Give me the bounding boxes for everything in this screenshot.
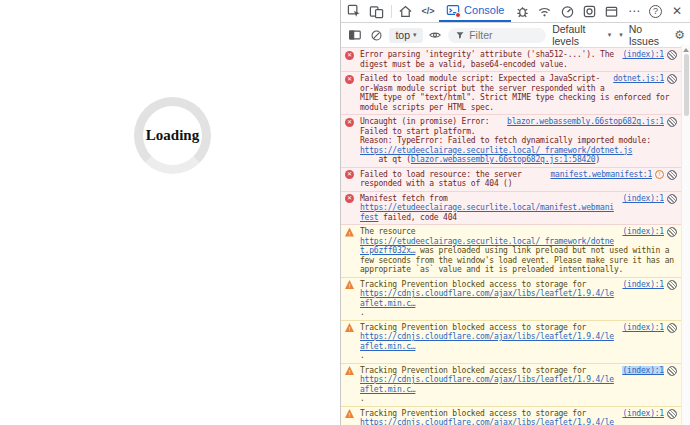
warning-icon: ! bbox=[345, 280, 354, 289]
copilot-explain-icon[interactable] bbox=[667, 74, 677, 84]
scrollbar-thumb[interactable] bbox=[684, 54, 689, 116]
console-tab-label: Console bbox=[464, 4, 504, 16]
message-text: The resource bbox=[360, 227, 420, 236]
toolbar-divider bbox=[391, 5, 392, 18]
source-link[interactable]: blazor.webassembly.66stop682q.js:1 bbox=[507, 117, 664, 127]
message-text: Failed to load resource: the server resp… bbox=[360, 170, 526, 189]
message-body: (index):1Manifest fetch from https://etu… bbox=[360, 194, 677, 223]
warning-icon: ! bbox=[345, 366, 354, 375]
message-text: . bbox=[360, 394, 365, 403]
message-text: at qt ( bbox=[360, 155, 411, 164]
console-message: !(index):1Tracking Prevention blocked ac… bbox=[341, 278, 681, 321]
console-sidebar-icon[interactable] bbox=[346, 26, 364, 44]
copilot-explain-icon[interactable] bbox=[667, 227, 677, 237]
default-levels-label: Default levels bbox=[552, 23, 604, 47]
issue-badge-icon[interactable]: ! bbox=[655, 170, 664, 179]
debugger-icon[interactable] bbox=[511, 0, 533, 22]
message-text: Tracking Prevention blocked access to st… bbox=[360, 323, 591, 332]
message-meta: dotnet.js:1 bbox=[613, 74, 677, 84]
filter-input[interactable] bbox=[469, 29, 539, 41]
context-selector[interactable]: top ▾ bbox=[389, 28, 422, 43]
tab-console[interactable]: Console bbox=[439, 0, 511, 22]
message-body: dotnet.js:1Failed to load module script:… bbox=[360, 74, 677, 112]
source-link[interactable]: (index):1 bbox=[622, 323, 664, 333]
message-meta: (index):1 bbox=[622, 280, 677, 290]
help-icon[interactable]: ? bbox=[649, 5, 662, 18]
message-text: Error parsing 'integrity' attribute ('sh… bbox=[360, 50, 619, 69]
scrollbar-up-icon[interactable] bbox=[683, 48, 689, 52]
message-meta: blazor.webassembly.66stop682q.js:1 bbox=[507, 117, 677, 127]
console-message: !(index):1The resource https://etudeecla… bbox=[341, 225, 681, 278]
message-meta: (index):1 bbox=[622, 366, 677, 376]
console-scrollbar[interactable] bbox=[681, 45, 690, 425]
screen: Loading </ bbox=[0, 0, 690, 425]
network-icon[interactable] bbox=[534, 0, 556, 22]
message-body: (index):1Error parsing 'integrity' attri… bbox=[360, 50, 677, 69]
chevron-down-icon[interactable]: ▾ bbox=[619, 31, 623, 39]
message-link[interactable]: https://cdnjs.cloudflare.com/ajax/libs/l… bbox=[360, 375, 614, 394]
warning-icon: ! bbox=[345, 323, 354, 332]
message-link[interactable]: blazor.webassembly.66stop682q.js:1:58420 bbox=[411, 155, 596, 164]
message-meta: manifest.webmanifest:1! bbox=[550, 170, 677, 180]
message-link[interactable]: https://cdnjs.cloudflare.com/ajax/libs/l… bbox=[360, 289, 614, 308]
message-body: (index):1Tracking Prevention blocked acc… bbox=[360, 280, 677, 318]
console-message: ✕dotnet.js:1Failed to load module script… bbox=[341, 72, 681, 115]
source-link[interactable]: (index):1 bbox=[622, 366, 664, 376]
application-icon[interactable] bbox=[578, 0, 600, 22]
home-tab-icon[interactable] bbox=[395, 0, 417, 22]
source-link[interactable]: (index):1 bbox=[622, 227, 664, 237]
copilot-explain-icon[interactable] bbox=[667, 50, 677, 60]
clear-console-icon[interactable] bbox=[368, 26, 386, 44]
error-icon: ✕ bbox=[345, 170, 354, 179]
error-icon: ✕ bbox=[345, 75, 354, 84]
message-text: ) bbox=[595, 155, 600, 164]
message-link[interactable]: https://cdnjs.cloudflare.com/ajax/libs/l… bbox=[360, 332, 614, 351]
message-text: . bbox=[360, 308, 365, 317]
copilot-explain-icon[interactable] bbox=[667, 280, 677, 290]
close-devtools-icon[interactable]: ✕ bbox=[666, 4, 688, 18]
copilot-explain-icon[interactable] bbox=[667, 366, 677, 376]
performance-icon[interactable] bbox=[556, 0, 578, 22]
devtools-tabbar: </> Console bbox=[341, 0, 690, 23]
copilot-explain-icon[interactable] bbox=[667, 194, 677, 204]
message-body: (index):1Tracking Prevention blocked acc… bbox=[360, 409, 677, 425]
sources-tab-icon[interactable]: </> bbox=[417, 0, 439, 22]
loading-label: Loading bbox=[146, 127, 199, 144]
chevron-down-icon: ▾ bbox=[413, 31, 417, 39]
message-link[interactable]: https://cdnjs.cloudflare.com/ajax/libs/l… bbox=[360, 418, 614, 425]
copilot-explain-icon[interactable] bbox=[667, 323, 677, 333]
default-levels-dropdown[interactable]: Default levels ▾ bbox=[550, 28, 613, 43]
message-body: blazor.webassembly.66stop682q.js:1Uncaug… bbox=[360, 117, 677, 165]
message-text: Manifest fetch from bbox=[360, 194, 452, 203]
message-body: manifest.webmanifest:1!Failed to load re… bbox=[360, 170, 677, 189]
loading-spinner: Loading bbox=[134, 97, 211, 174]
message-link[interactable]: https://etudeeclairage.securlite.local/_… bbox=[360, 146, 632, 155]
copilot-explain-icon[interactable] bbox=[667, 409, 677, 419]
live-expression-icon[interactable] bbox=[427, 26, 445, 44]
error-icon: ✕ bbox=[345, 51, 354, 60]
layout-icon[interactable] bbox=[601, 0, 623, 22]
source-link[interactable]: (index):1 bbox=[622, 409, 664, 419]
source-link[interactable]: dotnet.js:1 bbox=[613, 74, 664, 84]
copilot-explain-icon[interactable] bbox=[667, 117, 677, 127]
toolbar-right-group: Default levels ▾ ▾ No Issues ⚙ bbox=[550, 23, 685, 47]
console-settings-icon[interactable]: ⚙ bbox=[674, 28, 685, 42]
source-link[interactable]: (index):1 bbox=[622, 194, 664, 204]
source-link[interactable]: (index):1 bbox=[622, 280, 664, 290]
console-message: ✕blazor.webassembly.66stop682q.js:1Uncau… bbox=[341, 115, 681, 168]
source-link[interactable]: (index):1 bbox=[622, 50, 664, 60]
message-meta: (index):1 bbox=[622, 409, 677, 419]
issues-counter[interactable]: No Issues bbox=[629, 23, 669, 47]
source-link[interactable]: manifest.webmanifest:1 bbox=[550, 170, 652, 180]
more-tabs-icon[interactable]: ⋯ bbox=[623, 4, 645, 18]
filter-box[interactable] bbox=[448, 28, 546, 43]
chevron-down-icon: ▾ bbox=[608, 31, 612, 39]
warning-icon: ! bbox=[345, 409, 354, 418]
message-meta: (index):1 bbox=[622, 194, 677, 204]
device-emulation-icon[interactable] bbox=[365, 0, 387, 22]
inspect-icon[interactable] bbox=[343, 0, 365, 22]
message-body: (index):1Tracking Prevention blocked acc… bbox=[360, 366, 677, 404]
console-error-badge bbox=[455, 12, 461, 18]
console-message: !(index):1Tracking Prevention blocked ac… bbox=[341, 321, 681, 364]
copilot-explain-icon[interactable] bbox=[667, 170, 677, 180]
